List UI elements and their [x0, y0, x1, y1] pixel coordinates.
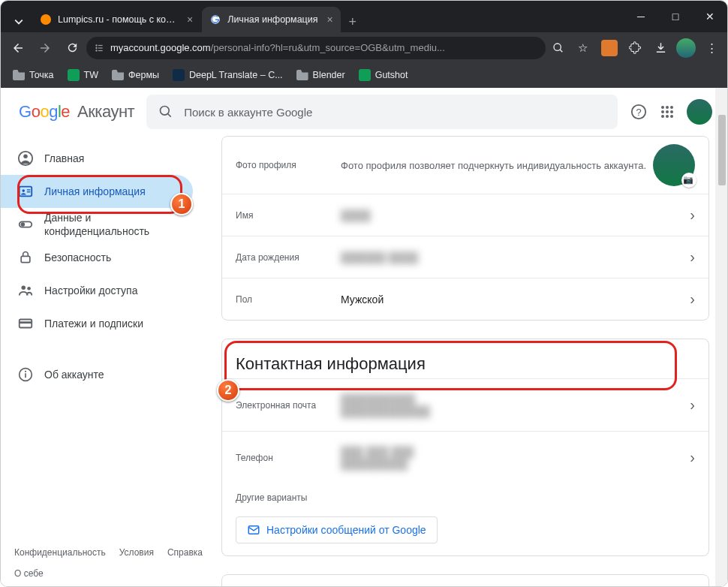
row-hint: Фото профиля позволяет подчеркнуть индив… [341, 160, 653, 171]
row-phone[interactable]: Телефон ███ ███ ███ █████████ › [222, 431, 708, 483]
google-account-logo[interactable]: Google Аккаунт [13, 102, 134, 122]
bookmark-folder[interactable]: Точка [8, 67, 59, 83]
svg-point-27 [21, 222, 25, 227]
extension-fox[interactable] [598, 37, 621, 59]
url-host: myaccount.google.com [110, 42, 211, 53]
apps-grid-icon[interactable] [658, 103, 676, 121]
sidebar-item-about[interactable]: Об аккаунте [1, 358, 193, 391]
url-path: /personal-info?hl=ru&utm_source=OGB&utm_… [211, 42, 445, 53]
footer: Конфиденциальность Условия Справка О себ… [1, 540, 203, 586]
svg-point-23 [22, 189, 25, 192]
other-options-label: Другие варианты [222, 483, 708, 516]
footer-privacy[interactable]: Конфиденциальность [14, 547, 106, 558]
extensions-icon[interactable] [624, 37, 646, 59]
mail-icon [247, 523, 260, 537]
svg-point-30 [27, 287, 31, 290]
search-input[interactable]: Поиск в аккаунте Google [146, 95, 618, 129]
svg-point-11 [661, 106, 664, 109]
sidebar-label: Главная [44, 152, 84, 164]
reload-button[interactable] [59, 36, 85, 60]
profile-photo[interactable]: 📷 [653, 144, 695, 186]
chevron-right-icon: › [690, 449, 695, 466]
camera-icon: 📷 [683, 175, 693, 185]
addresses-card: Адреса Здесь вы можете изменить адреса, … [221, 574, 709, 586]
window-close[interactable]: ✕ [693, 2, 727, 32]
sidebar-label: Безопасность [44, 251, 111, 263]
basic-info-card: Фото профиля Фото профиля позволяет подч… [221, 136, 709, 321]
row-gender[interactable]: Пол Мужской › [222, 278, 708, 320]
bookmark-folder[interactable]: Фермы [107, 67, 164, 83]
back-button[interactable] [5, 36, 31, 60]
account-label: Аккаунт [77, 102, 134, 122]
svg-rect-6 [98, 50, 103, 50]
bookmark-label: DeepL Translate – С... [189, 70, 283, 80]
tab-list-dropdown[interactable] [8, 11, 29, 32]
sheet-icon [359, 69, 371, 81]
svg-rect-34 [25, 373, 26, 378]
svg-point-16 [670, 110, 673, 113]
app-icon [173, 69, 185, 81]
tab-title: Lumpics.ru - помощь с компь [58, 14, 178, 25]
sidebar-item-security[interactable]: Безопасность [1, 241, 193, 274]
google-messages-settings-button[interactable]: Настройки сообщений от Google [236, 516, 438, 543]
bookmark-gutshot[interactable]: Gutshot [354, 66, 413, 84]
forward-button[interactable] [32, 36, 58, 60]
close-icon[interactable]: × [327, 14, 333, 26]
footer-terms[interactable]: Условия [119, 547, 154, 558]
tab-personal-info[interactable]: Личная информация × [202, 7, 341, 32]
sidebar-label: Настройки доступа [44, 284, 137, 297]
svg-point-5 [95, 50, 97, 51]
svg-rect-25 [27, 191, 31, 192]
row-name[interactable]: Имя ████ › [222, 194, 708, 236]
bookmark-label: Точка [29, 70, 54, 80]
row-birthday[interactable]: Дата рождения ██████ ████ › [222, 236, 708, 278]
annotation-badge-2: 2 [217, 379, 239, 402]
row-email[interactable]: Электронная почта ██████████ ███████████… [222, 378, 708, 431]
window-maximize[interactable]: □ [658, 2, 693, 32]
search-placeholder: Поиск в аккаунте Google [184, 106, 312, 119]
bookmark-folder[interactable]: Blender [292, 67, 350, 83]
folder-icon [112, 70, 124, 80]
sidebar-item-payments[interactable]: Платежи и подписки [1, 307, 193, 340]
svg-rect-4 [98, 47, 103, 48]
sidebar-item-data-privacy[interactable]: Данные и конфиденциальность [1, 208, 193, 241]
sidebar-label: Об аккаунте [44, 369, 104, 381]
scrollbar-thumb[interactable] [718, 115, 726, 185]
row-profile-photo[interactable]: Фото профиля Фото профиля позволяет подч… [222, 137, 708, 194]
account-avatar[interactable] [687, 99, 712, 125]
row-label: Пол [236, 294, 341, 305]
tab-lumpics[interactable]: Lumpics.ru - помощь с компь × [32, 7, 200, 32]
svg-point-15 [666, 110, 669, 113]
contact-info-card: Контактная информация Электронная почта … [221, 339, 709, 556]
sidebar-item-personal-info[interactable]: Личная информация [1, 175, 193, 208]
address-bar[interactable]: myaccount.google.com/personal-info?hl=ru… [86, 37, 546, 59]
zoom-icon[interactable] [547, 37, 570, 59]
bookmarks-bar: Точка TW Фермы DeepL Translate – С... Bl… [1, 62, 727, 88]
info-icon [17, 366, 34, 383]
bookmark-deepl[interactable]: DeepL Translate – С... [168, 66, 287, 84]
sidebar-item-home[interactable]: Главная [1, 142, 193, 175]
downloads-icon[interactable] [649, 37, 672, 59]
chrome-menu-icon[interactable]: ⋮ [700, 37, 723, 59]
profile-avatar-chrome[interactable] [675, 37, 697, 59]
chevron-right-icon: › [690, 206, 695, 224]
sidebar-item-sharing[interactable]: Настройки доступа [1, 274, 193, 307]
svg-point-3 [95, 47, 97, 48]
site-info-icon[interactable] [94, 43, 104, 53]
footer-help[interactable]: Справка [167, 547, 203, 558]
window-minimize[interactable]: ─ [624, 2, 658, 32]
bookmark-label: Gutshot [375, 70, 408, 80]
new-tab-button[interactable]: + [342, 11, 363, 32]
footer-about[interactable]: О себе [14, 568, 190, 579]
row-label: Телефон [236, 453, 341, 463]
people-icon [17, 282, 34, 299]
help-icon[interactable]: ? [630, 103, 648, 121]
svg-point-19 [670, 115, 673, 118]
bookmark-tw[interactable]: TW [63, 66, 103, 84]
close-icon[interactable]: × [187, 14, 193, 26]
folder-icon [296, 70, 308, 80]
svg-point-1 [95, 44, 97, 46]
bookmark-star-icon[interactable]: ☆ [571, 37, 594, 59]
row-value: Мужской [341, 294, 690, 306]
toggle-icon [17, 216, 34, 233]
